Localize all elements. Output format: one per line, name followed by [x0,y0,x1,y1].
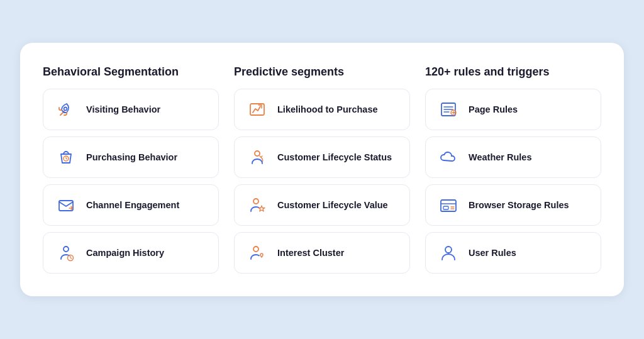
campaign-history-label: Campaign History [86,248,164,258]
likelihood-icon [246,98,269,121]
lifecycle-value-card[interactable]: Customer Lifecycle Value [234,184,410,226]
browser-icon [437,194,460,216]
svg-marker-8 [258,206,265,211]
purchasing-icon [55,146,77,169]
interest-cluster-card[interactable]: Interest Cluster [234,232,410,274]
visiting-icon [55,98,77,121]
visiting-behavior-card[interactable]: Visiting Behavior [43,89,219,130]
svg-point-9 [253,247,258,252]
campaign-history-card[interactable]: Campaign History [43,232,219,274]
svg-point-7 [253,199,258,204]
page-icon [437,98,460,121]
lifecycle-value-label: Customer Lifecycle Value [277,200,388,210]
weather-rules-card[interactable]: Weather Rules [425,136,601,178]
lifecycle-status-label: Customer Lifecycle Status [277,152,392,162]
svg-point-6 [255,151,260,156]
purchasing-behavior-label: Purchasing Behavior [86,152,177,162]
campaign-icon [55,242,77,264]
predictive-header: Predictive segments [234,65,410,79]
page-rules-label: Page Rules [469,104,518,114]
predictive-items: Likelihood to Purchase Customer Lifecycl… [234,89,410,274]
likelihood-label: Likelihood to Purchase [277,104,378,114]
behavioral-items: Visiting Behavior Purchasing Behavior [43,89,219,274]
browser-storage-rules-card[interactable]: Browser Storage Rules [425,184,601,226]
page-rules-card[interactable]: Page Rules [425,89,601,130]
behavioral-column: Behavioral Segmentation Visiting Be [43,65,219,274]
svg-point-0 [64,108,67,111]
lifecycle-status-icon [246,146,269,169]
rules-column: 120+ rules and triggers [425,65,601,274]
user-icon [437,242,460,264]
interest-icon [246,242,269,264]
rules-items: Page Rules Weather Rules [425,89,601,274]
user-rules-card[interactable]: User Rules [425,232,601,274]
main-card: Behavioral Segmentation Visiting Be [20,43,624,296]
rules-header: 120+ rules and triggers [425,65,601,79]
interest-cluster-label: Interest Cluster [277,248,344,258]
weather-icon [437,146,460,169]
browser-storage-label: Browser Storage Rules [469,200,569,210]
svg-rect-19 [443,206,448,209]
svg-point-3 [64,247,69,252]
lifecycle-value-icon [246,194,269,216]
channel-engagement-card[interactable]: Channel Engagement [43,184,219,226]
behavioral-header: Behavioral Segmentation [43,65,219,79]
likelihood-to-purchase-card[interactable]: Likelihood to Purchase [234,89,410,130]
predictive-column: Predictive segments Likelihood to Purcha… [234,65,410,274]
user-rules-label: User Rules [469,248,516,258]
lifecycle-status-card[interactable]: Customer Lifecycle Status [234,136,410,178]
svg-point-22 [445,247,452,253]
channel-engagement-label: Channel Engagement [86,200,179,210]
visiting-behavior-label: Visiting Behavior [86,104,160,114]
purchasing-behavior-card[interactable]: Purchasing Behavior [43,136,219,178]
channel-icon [55,194,77,216]
feature-grid: Behavioral Segmentation Visiting Be [43,65,601,274]
weather-rules-label: Weather Rules [469,152,531,162]
